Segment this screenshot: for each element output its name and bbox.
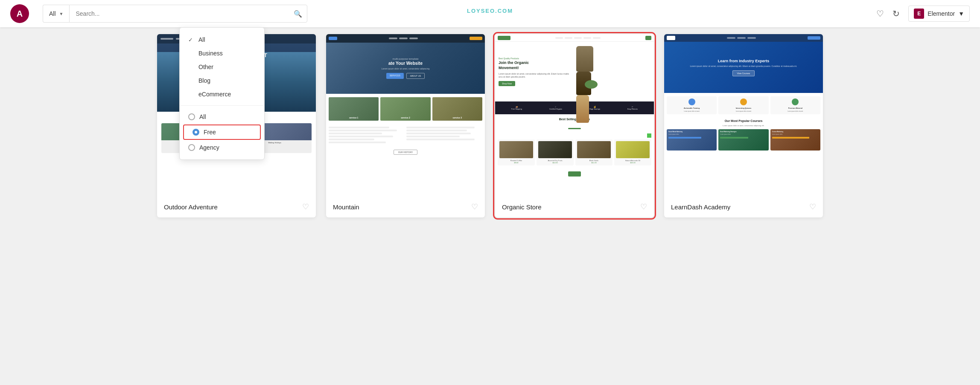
radio-item-all[interactable]: All — [180, 110, 264, 124]
refresh-icon[interactable]: ↻ — [892, 9, 900, 19]
check-placeholder — [188, 50, 195, 57]
header-actions: ♡ ↻ E Elementor ▼ — [876, 6, 970, 22]
template-card-learndash[interactable]: Learn from Industry Experts Lorem ipsum … — [664, 34, 823, 217]
dropdown-item-blog[interactable]: Blog — [180, 74, 264, 87]
radio-circle-free — [192, 129, 199, 136]
dropdown-item-all[interactable]: ✓ All — [180, 33, 264, 46]
learndash-nav — [664, 34, 823, 42]
heart-icon-organic[interactable]: ♡ — [640, 202, 647, 211]
dropdown-item-ecommerce[interactable]: eCommerce — [180, 87, 264, 101]
dropdown-divider — [180, 105, 264, 106]
learndash-features: Actionable Training Lorem ipsum dolor si… — [664, 93, 823, 118]
learndash-hero: Learn from Industry Experts Lorem ipsum … — [664, 42, 823, 93]
template-preview-learndash: Learn from Industry Experts Lorem ipsum … — [664, 34, 823, 196]
heart-icon-outdoor[interactable]: ♡ — [302, 202, 309, 211]
search-wrapper: 🔍 — [69, 5, 307, 23]
template-footer-learndash: LearnDash Academy ♡ — [664, 196, 823, 217]
template-preview-organic: Best Quality Products Join the OrganicMo… — [495, 34, 654, 196]
search-input[interactable] — [69, 5, 307, 23]
organic-nav — [495, 34, 654, 42]
template-name-organic: Organic Store — [502, 203, 542, 211]
mountain-hero: multi-purpose template ate Your Website … — [326, 43, 485, 94]
template-preview-mountain: multi-purpose template ate Your Website … — [326, 34, 485, 196]
template-card-mountain[interactable]: multi-purpose template ate Your Website … — [326, 34, 485, 217]
plan-radio-group: All Free Agency — [180, 108, 264, 156]
organic-features-bar: 🚚Free Shipping ✓Certified Organic 💰Huge … — [495, 101, 654, 114]
header: A All ▼ 🔍 LOYSEO.COM ♡ ↻ E Elementor ▼ — [0, 0, 980, 27]
favorites-icon[interactable]: ♡ — [876, 9, 884, 19]
template-footer-organic: Organic Store ♡ — [495, 196, 654, 217]
organic-hero: Best Quality Products Join the OrganicMo… — [495, 42, 654, 101]
elementor-icon: E — [914, 9, 924, 19]
template-name-mountain: Mountain — [333, 203, 359, 211]
template-footer-mountain: Mountain ♡ — [326, 196, 485, 217]
watermark: LOYSEO.COM — [467, 8, 513, 14]
category-section: ✓ All Business Other Blog eCommerce — [180, 31, 264, 103]
elementor-arrow-icon: ▼ — [958, 10, 964, 17]
check-icon: ✓ — [188, 37, 195, 43]
heart-icon-mountain[interactable]: ♡ — [471, 202, 478, 211]
template-name-outdoor: Outdoor Adventure — [164, 203, 218, 211]
check-placeholder — [188, 78, 195, 84]
check-placeholder — [188, 91, 195, 98]
search-icon: 🔍 — [294, 10, 302, 18]
elementor-label: Elementor — [928, 10, 955, 17]
search-area: All ▼ 🔍 — [43, 5, 307, 23]
organic-products: Best Selling Products Roasted Coffee $9.… — [495, 114, 654, 169]
mountain-text — [326, 124, 485, 147]
filter-dropdown[interactable]: All ▼ — [43, 5, 69, 23]
template-name-learndash: LearnDash Academy — [671, 203, 730, 211]
main-content: OUTDOOR ADVENTURES A Wonderful Gift LEAR… — [0, 0, 980, 385]
mountain-services: service 1 service 2 service 3 — [326, 94, 485, 124]
template-footer-outdoor: Outdoor Adventure ♡ — [157, 196, 316, 217]
elementor-badge[interactable]: E Elementor ▼ — [908, 6, 970, 22]
radio-item-free[interactable]: Free — [184, 125, 260, 139]
learndash-courses: Our Most Popular Courses Lorem ipsum dol… — [664, 118, 823, 152]
mountain-nav — [326, 34, 485, 43]
dropdown-item-business[interactable]: Business — [180, 46, 264, 60]
radio-item-agency[interactable]: Agency — [180, 141, 264, 154]
filter-dropdown-label: All — [49, 10, 56, 17]
dropdown-item-other[interactable]: Other — [180, 60, 264, 74]
heart-icon-learndash[interactable]: ♡ — [809, 202, 816, 211]
radio-circle-agency — [188, 144, 195, 151]
logo[interactable]: A — [10, 4, 29, 23]
template-card-organic[interactable]: Best Quality Products Join the OrganicMo… — [495, 34, 654, 217]
chevron-down-icon: ▼ — [59, 12, 64, 16]
check-placeholder — [188, 64, 195, 70]
free-selected-wrapper: Free — [183, 124, 261, 140]
radio-circle-all — [188, 113, 195, 120]
filter-dropdown-menu: ✓ All Business Other Blog eCommerce All — [179, 27, 265, 160]
